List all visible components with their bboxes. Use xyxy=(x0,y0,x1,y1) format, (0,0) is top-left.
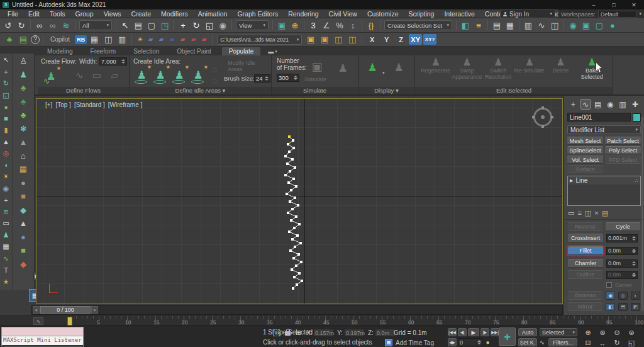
select-and-manipulate-icon[interactable]: ⊕ xyxy=(289,20,301,31)
spline-vertex[interactable] xyxy=(292,139,294,142)
pin-stack-icon[interactable]: ▭ xyxy=(568,209,574,217)
current-frame-marker[interactable] xyxy=(67,317,72,326)
spline-vertex[interactable] xyxy=(297,253,300,256)
tree-icon[interactable]: ♣ xyxy=(16,96,30,107)
cylinder-primitive-icon[interactable]: ▮ xyxy=(1,125,11,135)
spline-vertex[interactable] xyxy=(294,166,296,169)
axis-constraint-xy[interactable]: XY? xyxy=(423,34,436,45)
notes-icon[interactable]: ▤ xyxy=(17,34,30,45)
menu-interactive[interactable]: Interactive xyxy=(439,9,479,18)
selection-lock-icon[interactable] xyxy=(285,331,291,336)
spline-vertex[interactable] xyxy=(289,249,292,252)
rock-icon[interactable]: ● xyxy=(16,178,30,188)
walk-person-icon[interactable]: ♟ xyxy=(16,69,30,80)
spline-vertex[interactable] xyxy=(301,280,303,282)
project-folder-dropdown[interactable]: C:\Users\Ara...3ds Max 2021▾ xyxy=(217,35,302,45)
utilities-tab-icon[interactable]: ✚ xyxy=(630,99,640,110)
mirror-horizontal-icon[interactable]: ◧ xyxy=(606,303,615,311)
key-filter-set-dropdown[interactable]: Selected ▾ xyxy=(540,328,577,336)
expand-arrow-icon[interactable]: ▶ xyxy=(570,178,573,183)
menu-modifiers[interactable]: Modifiers xyxy=(156,9,193,18)
tab-freeform[interactable]: Freeform xyxy=(84,47,123,55)
named-selection-set-dropdown[interactable]: Create Selection Set▾ xyxy=(384,20,452,30)
spline-vertex[interactable] xyxy=(295,265,297,267)
flow-width-spinner[interactable]: 7.000 xyxy=(99,57,127,65)
spline-vertex[interactable] xyxy=(288,230,291,233)
workspaces-dropdown[interactable]: Default xyxy=(598,11,637,18)
space-warp-icon[interactable]: ≋ xyxy=(1,207,11,217)
ribbon-toggle-icon[interactable]: ▥ xyxy=(522,20,535,31)
motion-tab-icon[interactable]: ◉ xyxy=(605,99,616,110)
play-button[interactable]: ▶ xyxy=(468,328,479,336)
spline-vertex[interactable] xyxy=(298,223,301,225)
configure-modifier-sets-icon[interactable]: ▤ xyxy=(602,209,608,217)
civil-view-marker-icon[interactable]: ▰ xyxy=(167,34,177,45)
civil-view-marker-icon[interactable]: ▰ xyxy=(146,34,155,45)
reverse-button[interactable]: Reverse xyxy=(568,222,602,231)
modifier-list-dropdown[interactable]: Modifier List ▾ xyxy=(567,125,641,134)
default-tangent-icon[interactable]: ∿ xyxy=(538,338,547,346)
civil-view-marker-icon[interactable]: ▰ xyxy=(157,34,166,45)
boolean-union-icon[interactable]: ◉ xyxy=(606,292,615,300)
select-arrow-icon[interactable]: ↖ xyxy=(1,55,11,65)
create-tab-icon[interactable]: + xyxy=(568,99,579,110)
spline-vertex[interactable] xyxy=(287,143,289,145)
go-to-end-button[interactable]: ▶▶| xyxy=(491,328,499,336)
select-and-scale-icon[interactable]: ◱ xyxy=(203,20,216,31)
civil-view-vehicle-icon[interactable]: ▰ xyxy=(199,34,209,45)
edit-selected-caption[interactable]: Edit Selected xyxy=(415,87,613,94)
key-mode-toggle[interactable]: ◀▶ xyxy=(448,338,457,346)
door-icon[interactable]: ◫ xyxy=(102,34,114,45)
brush-size-spinner[interactable]: 24 xyxy=(254,74,270,82)
menu-tools[interactable]: Tools xyxy=(45,9,70,18)
viewport-menu-standard[interactable]: [Standard ] xyxy=(74,101,105,108)
chamfer-spinner[interactable]: 0.0m xyxy=(606,259,638,268)
use-pivot-point-icon[interactable]: ▣ xyxy=(275,20,288,31)
zoom-extents-icon[interactable]: ⊙ xyxy=(610,328,624,338)
bake-selected-button[interactable]: ♟Bake Selected xyxy=(576,57,608,81)
mini-listener-pane[interactable]: MAXScript Mini Listener xyxy=(2,336,83,345)
sun-positioner-icon[interactable]: ☀ xyxy=(135,34,145,45)
spline-vertex[interactable] xyxy=(293,276,296,278)
rotate-tool-icon[interactable]: ↻ xyxy=(1,79,11,88)
axis-constraint-xy[interactable]: XY xyxy=(409,34,422,45)
snap-toggle-3d-icon[interactable]: 3 xyxy=(307,20,319,31)
chamfer-button[interactable]: Chamfer xyxy=(568,259,603,268)
spline-vertex[interactable] xyxy=(299,242,302,244)
railclone-icon[interactable]: RB xyxy=(75,35,87,44)
curve-editor-icon[interactable]: ∿ xyxy=(535,20,548,31)
menu-edit[interactable]: Edit xyxy=(23,9,45,18)
top-viewport[interactable]: [+] [Top ] [Standard ] [Wireframe ] xyxy=(36,98,563,304)
spline-vertex[interactable] xyxy=(291,158,294,161)
undo-icon[interactable]: ↺ xyxy=(2,20,14,31)
modifier-stack[interactable]: ▶ Line ∴ xyxy=(567,176,641,206)
boolean-subtract-icon[interactable]: ◎ xyxy=(618,292,628,300)
grid-helper-icon[interactable]: ▦ xyxy=(1,242,11,251)
make-unique-icon[interactable]: ◫ xyxy=(585,209,591,217)
axis-constraint-y[interactable]: Y xyxy=(380,34,393,45)
torus-primitive-icon[interactable]: ◎ xyxy=(1,149,11,158)
named-selection-sets-icon[interactable]: {} xyxy=(365,20,377,31)
cross-insert-spinner[interactable]: 0.001m xyxy=(606,234,638,242)
select-and-link-icon[interactable]: ∞ xyxy=(33,20,46,31)
maximize-button[interactable]: □ xyxy=(604,0,624,9)
cone-primitive-icon[interactable]: ▲ xyxy=(1,137,11,147)
sphere-icon[interactable]: ● xyxy=(16,232,30,242)
absolute-mode-icon[interactable]: ⊞ xyxy=(296,329,301,337)
create-flow-icon[interactable]: ♟★ ∿ xyxy=(43,68,59,84)
time-slider-handle[interactable]: 0 / 100 xyxy=(40,306,91,314)
hierarchy-tab-icon[interactable]: ▤ xyxy=(592,99,603,110)
macro-recorder-pane[interactable] xyxy=(2,327,83,336)
spline-vertex[interactable] xyxy=(298,272,301,275)
tree-icon[interactable]: ♣ xyxy=(16,82,30,93)
spline-vertex[interactable] xyxy=(291,238,294,241)
teapot-primitive-icon[interactable]: ◖ xyxy=(1,161,11,170)
mirror-both-icon[interactable]: ◩ xyxy=(631,303,640,311)
window-crossing-icon[interactable]: ◳ xyxy=(158,20,171,31)
spline-vertex[interactable] xyxy=(286,162,289,165)
civil-view-vehicle-icon[interactable]: ▰ xyxy=(178,34,187,45)
schematic-view-icon[interactable]: ◫ xyxy=(548,20,561,31)
z-coord-field[interactable]: 0.0m xyxy=(375,329,396,337)
spline-vertex[interactable] xyxy=(290,189,292,191)
spline-vertex[interactable] xyxy=(284,155,287,157)
